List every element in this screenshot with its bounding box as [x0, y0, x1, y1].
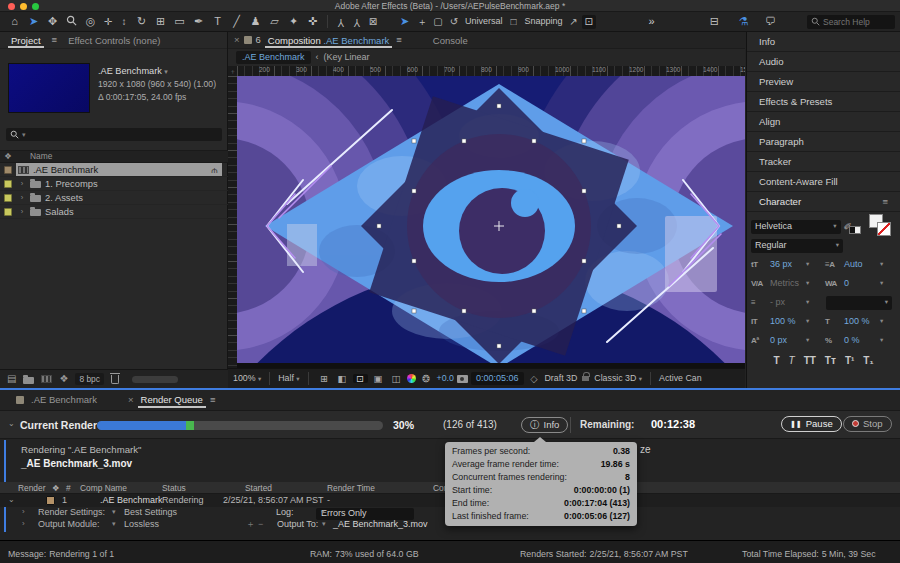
vertical-scale-dropdown-icon[interactable]: ▾ — [806, 318, 809, 325]
selection-tool-icon[interactable]: ➤ — [24, 16, 43, 27]
leading-value[interactable]: Auto — [844, 260, 878, 269]
faux-bold-button[interactable]: T — [773, 356, 779, 366]
shape-mode-icon[interactable]: ▢ — [430, 17, 446, 27]
label-color-swatch[interactable] — [46, 496, 55, 505]
world-axis-mode-icon[interactable]: Y — [349, 17, 365, 27]
stroke-style-dropdown[interactable]: ▾ — [826, 296, 892, 310]
snapping-checkbox[interactable]: □ — [506, 17, 522, 27]
composition-panel-menu-icon[interactable]: ≡ — [396, 35, 402, 45]
faux-italic-button[interactable]: T — [789, 356, 795, 366]
font-size-value[interactable]: 36 px — [770, 260, 804, 269]
tracking-value[interactable]: 0 — [844, 279, 878, 288]
project-row-folder[interactable]: › 1. Precomps — [0, 177, 228, 191]
rotation-tool-icon[interactable]: ↻ — [132, 16, 151, 27]
mask-visibility-icon[interactable]: ◧ — [335, 374, 350, 384]
snapshot-camera-icon[interactable] — [457, 375, 468, 383]
sidebar-item-audio[interactable]: Audio — [747, 52, 900, 72]
feedback-chat-icon[interactable]: 🗩 — [761, 16, 780, 27]
item-name[interactable]: .AE Benchmark — [33, 165, 98, 174]
search-help-box[interactable] — [807, 15, 895, 29]
project-row-composition[interactable]: .AE Benchmark Ψ — [0, 163, 228, 177]
item-name[interactable]: 1. Precomps — [45, 179, 98, 188]
render-time-column-header[interactable]: Render Time — [327, 484, 375, 492]
rectangle-mask-tool-icon[interactable]: ▭ — [170, 16, 189, 27]
channel-color-icon[interactable] — [407, 374, 416, 383]
kerning-value[interactable]: Metrics — [770, 279, 804, 288]
expand-chevron-icon[interactable]: › — [22, 508, 25, 516]
item-comp-name[interactable]: .AE Benchmark — [100, 496, 163, 505]
leading-dropdown-icon[interactable]: ▾ — [880, 261, 883, 268]
current-timecode[interactable]: 0:00:05:06 — [471, 372, 524, 385]
mask-feather-icon[interactable]: ↗ — [566, 17, 582, 27]
exposure-value[interactable]: +0.0 — [437, 374, 454, 383]
add-vertex-tool-icon[interactable]: ＋ — [414, 17, 430, 27]
expand-chevron-icon[interactable]: › — [22, 520, 25, 528]
composition-name[interactable]: .AE Benchmark — [98, 66, 162, 76]
dolly-camera-tool-icon[interactable]: ↕ — [116, 17, 132, 27]
render-settings-dropdown-icon[interactable]: ▾ — [112, 508, 116, 515]
vertical-ruler[interactable] — [228, 76, 237, 368]
active-camera-dropdown[interactable]: Active Can — [659, 374, 702, 383]
sidebar-item-content-aware-fill[interactable]: Content-Aware Fill — [747, 172, 900, 192]
beta-flask-icon[interactable]: ⚗ — [734, 16, 753, 27]
label-color-column-icon[interactable]: ❖ — [52, 484, 60, 492]
horizontal-scale-dropdown-icon[interactable]: ▾ — [880, 318, 883, 325]
snapping-label[interactable]: Snapping — [525, 17, 563, 26]
tab-effect-controls[interactable]: Effect Controls (none) — [65, 32, 163, 49]
label-color-swatch[interactable] — [4, 166, 12, 174]
search-options-arrow-icon[interactable]: ▾ — [22, 131, 26, 138]
item-name[interactable]: Salads — [45, 207, 74, 216]
render-settings-value[interactable]: Best Settings — [124, 508, 177, 517]
orbit-camera-tool-icon[interactable]: ◎ — [81, 16, 100, 27]
sidebar-item-tracker[interactable]: Tracker — [747, 152, 900, 172]
number-column-header[interactable]: # — [66, 484, 71, 492]
fill-stroke-swatches[interactable] — [863, 214, 896, 240]
expand-chevron-icon[interactable]: › — [18, 208, 26, 216]
universal-label[interactable]: Universal — [465, 17, 503, 26]
tab-render-queue[interactable]: Render Queue — [138, 391, 206, 408]
sidebar-item-paragraph[interactable]: Paragraph — [747, 132, 900, 152]
expand-chevron-icon[interactable]: › — [18, 194, 26, 202]
region-of-interest-icon[interactable]: ⊡ — [353, 374, 368, 384]
remove-output-icon[interactable]: − — [258, 520, 263, 529]
sidebar-item-info[interactable]: Info — [747, 32, 900, 52]
pan-behind-tool-icon[interactable]: ⊞ — [151, 16, 170, 27]
local-axis-mode-icon[interactable]: Y — [333, 17, 349, 27]
baseline-shift-dropdown-icon[interactable]: ▾ — [806, 337, 809, 344]
vertical-scale-value[interactable]: 100 % — [770, 317, 804, 326]
collapse-chevron-icon[interactable]: ⌄ — [8, 496, 15, 504]
view-axis-mode-icon[interactable]: ⊠ — [365, 17, 381, 27]
magnification-dropdown[interactable]: 100% ▾ — [233, 374, 261, 383]
renderer-dropdown[interactable]: Classic 3D ▾ — [594, 374, 642, 383]
draft-3d-icon[interactable]: ◇ — [527, 374, 542, 384]
brush-tool-icon[interactable]: ╱ — [227, 16, 246, 27]
item-name[interactable]: 2. Assets — [45, 193, 83, 202]
collapse-chevron-icon[interactable]: ⌄ — [8, 420, 15, 428]
hand-tool-icon[interactable]: ✥ — [43, 16, 62, 27]
tab-console[interactable]: Console — [430, 32, 471, 49]
breadcrumb-comp-chip[interactable]: .AE Benchmark — [236, 51, 311, 64]
composition-viewport[interactable] — [237, 76, 745, 368]
default-fill-stroke-icon[interactable] — [849, 226, 861, 234]
pan-camera-tool-icon[interactable]: ✛ — [100, 17, 116, 27]
label-color-column-icon[interactable]: ❖ — [0, 152, 16, 160]
font-style-dropdown[interactable]: Regular▾ — [751, 239, 843, 253]
character-panel-header[interactable]: Character ≡ — [747, 192, 900, 212]
new-folder-icon[interactable] — [23, 377, 34, 384]
horizontal-scale-value[interactable]: 100 % — [844, 317, 878, 326]
superscript-button[interactable]: T¹ — [845, 356, 854, 366]
label-color-swatch[interactable] — [4, 208, 12, 216]
comp-name-column-header[interactable]: Comp Name — [80, 484, 127, 492]
delete-trash-icon[interactable] — [111, 375, 119, 384]
label-color-swatch[interactable] — [4, 194, 12, 202]
project-settings-icon[interactable]: ❖ — [59, 374, 68, 384]
home-tool-icon[interactable]: ⌂ — [5, 16, 24, 27]
status-column-header[interactable]: Status — [162, 484, 186, 492]
expand-chevron-icon[interactable]: › — [18, 180, 26, 188]
new-composition-icon[interactable] — [41, 375, 52, 383]
bit-depth-button[interactable]: 8 bpc — [75, 373, 104, 385]
sidebar-item-preview[interactable]: Preview — [747, 72, 900, 92]
stroke-width-dropdown-icon[interactable]: ▾ — [806, 299, 809, 306]
eraser-tool-icon[interactable]: ▱ — [265, 16, 284, 27]
tab-ae-benchmark-timeline[interactable]: .AE Benchmark — [28, 391, 100, 408]
